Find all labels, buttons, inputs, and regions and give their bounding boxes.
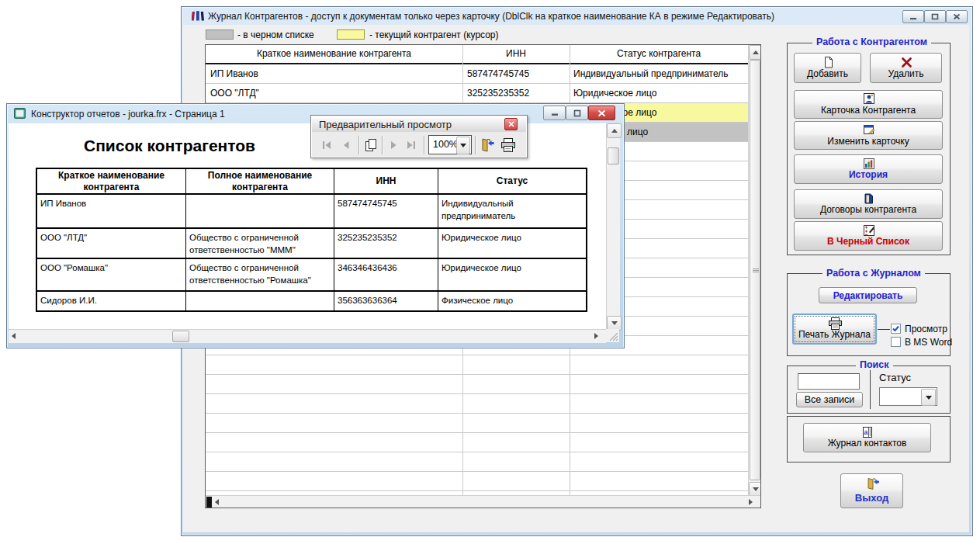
- print-journal-button[interactable]: Печать Журнала: [792, 314, 877, 345]
- next-page-button[interactable]: [385, 137, 402, 154]
- blacklist-icon: [863, 224, 875, 237]
- search-divider: [870, 370, 871, 409]
- exit-button[interactable]: Выход: [840, 473, 903, 508]
- to-blacklist-button[interactable]: В Черный Список: [794, 221, 943, 251]
- preview-close-button[interactable]: [504, 118, 518, 130]
- contractor-card-button[interactable]: Карточка Контрагента: [794, 90, 943, 119]
- report-vscrollbar[interactable]: [606, 123, 620, 329]
- cell-status: Юридическое лицо: [438, 259, 586, 290]
- scroll-right-button[interactable]: [749, 499, 753, 505]
- grid-col-name[interactable]: Краткое наименование контрагента: [206, 45, 462, 63]
- preview-checkbox[interactable]: [891, 324, 901, 334]
- contacts-journal-icon: a: [861, 426, 874, 438]
- zoom-value: 100%: [433, 139, 458, 150]
- word-checkbox[interactable]: [891, 337, 901, 347]
- prev-page-button[interactable]: [338, 137, 355, 154]
- scroll-thumb[interactable]: [750, 60, 760, 480]
- report-minimize-button[interactable]: [543, 106, 566, 120]
- screen: Журнал Контрагентов - доступ к документа…: [0, 0, 980, 537]
- journal-group-title: Работа с Журналом: [822, 268, 925, 279]
- first-page-button[interactable]: [318, 137, 335, 154]
- preview-toolbar-window: Предварительный просмотр 100%: [310, 115, 528, 158]
- edit-journal-button[interactable]: Редактировать: [819, 287, 917, 303]
- print-button[interactable]: [500, 137, 518, 154]
- cell-inn: 587474745745: [334, 195, 438, 227]
- grid-col-status[interactable]: Статус контрагента: [570, 45, 748, 63]
- delete-button[interactable]: Удалить: [870, 53, 942, 83]
- grid-row[interactable]: ООО "ЛТД" 325235235352 Юридическое лицо: [206, 84, 748, 103]
- main-minimize-button[interactable]: [902, 10, 924, 23]
- cell-full: Общество с ограниченной ответственностью…: [186, 259, 334, 290]
- last-page-icon: [403, 137, 420, 154]
- legend-current-label: - текущий контрагент (курсор): [369, 29, 499, 40]
- scroll-left-button[interactable]: [12, 333, 16, 339]
- toolbar-separator: [382, 136, 383, 154]
- grid-hscrollbar[interactable]: [206, 495, 761, 508]
- preview-checkbox-label[interactable]: Просмотр: [905, 324, 947, 334]
- contracts-button[interactable]: Договоры контрагента: [794, 189, 943, 219]
- search-input[interactable]: [798, 373, 860, 390]
- cell-inn: 356363636364: [334, 292, 438, 310]
- add-button[interactable]: Добавить: [794, 53, 861, 83]
- grid-header: Краткое наименование контрагента ИНН Ста…: [206, 45, 748, 64]
- next-page-icon: [385, 137, 402, 154]
- cell-status: Юридическое лицо: [438, 229, 586, 258]
- report-close-button[interactable]: [588, 106, 615, 120]
- word-checkbox-label[interactable]: В MS Word: [905, 337, 952, 348]
- report-col-inn: ИНН: [334, 169, 438, 193]
- close-icon: [597, 109, 606, 117]
- cell-full: Общество с ограниченной ответственностью…: [186, 229, 334, 258]
- all-records-button[interactable]: Все записи: [796, 392, 863, 407]
- main-close-button[interactable]: [946, 10, 968, 23]
- close-icon: [508, 121, 514, 127]
- status-combobox[interactable]: [879, 387, 937, 406]
- scroll-thumb[interactable]: [608, 147, 619, 165]
- cell-status: Юридическое лицо: [573, 84, 746, 102]
- scroll-left-button[interactable]: [215, 499, 219, 505]
- cell-inn: 587474745745: [467, 64, 566, 83]
- report-table-row: ООО "ЛТД" Общество с ограниченной ответс…: [37, 229, 586, 259]
- zoom-combobox[interactable]: 100%: [428, 135, 472, 154]
- status-combobox-dropdown[interactable]: [921, 389, 936, 406]
- add-document-icon: [822, 56, 835, 69]
- preview-toolbar-title: Предварительный просмотр: [319, 119, 452, 130]
- scroll-right-button[interactable]: [594, 333, 598, 339]
- cell-short: ООО "Ромашка": [37, 259, 186, 290]
- edit-card-button[interactable]: Изменить карточку: [794, 121, 943, 150]
- search-group-title: Поиск: [856, 359, 893, 370]
- report-window-icon: [14, 108, 26, 119]
- zoom-dropdown-button[interactable]: [456, 137, 470, 154]
- contacts-journal-button[interactable]: a Журнал контактов: [803, 423, 931, 452]
- cell-name: ИП Иванов: [210, 64, 459, 83]
- grid-vscrollbar[interactable]: [748, 45, 761, 495]
- report-hscrollbar[interactable]: [9, 329, 606, 343]
- copy-page-icon: [362, 136, 379, 154]
- report-table: Краткое наименование контрагента Полное …: [36, 168, 587, 312]
- grid-col-inn[interactable]: ИНН: [462, 45, 570, 63]
- main-maximize-button[interactable]: [924, 10, 946, 23]
- toolbar-separator: [475, 136, 476, 154]
- grid-indicator: [206, 497, 212, 508]
- cell-name: ООО "ЛТД": [210, 84, 459, 102]
- maximize-icon: [931, 13, 939, 20]
- minimize-icon: [551, 109, 559, 116]
- contracts-icon: [863, 192, 875, 205]
- cell-status: Индивидуальный предприниматель: [438, 195, 586, 227]
- maximize-icon: [573, 109, 581, 117]
- scroll-thumb[interactable]: [172, 331, 189, 342]
- scroll-up-button[interactable]: [607, 123, 622, 138]
- report-table-row: Сидоров И.И. 356363636364 Физическое лиц…: [37, 292, 586, 310]
- close-preview-button[interactable]: [479, 137, 497, 154]
- report-window-title: Конструктор отчетов - jourka.frx - Стран…: [31, 109, 225, 120]
- report-maximize-button[interactable]: [566, 106, 588, 120]
- preview-toolbar-titlebar[interactable]: Предварительный просмотр: [312, 116, 526, 132]
- history-button[interactable]: История: [794, 154, 943, 184]
- copy-page-button[interactable]: [362, 136, 379, 154]
- report-resize-grip[interactable]: [606, 329, 619, 342]
- grid-row[interactable]: ИП Иванов 587474745745 Индивидуальный пр…: [206, 64, 748, 84]
- cell-inn: 325235235352: [467, 84, 566, 102]
- scroll-up-button[interactable]: [749, 45, 761, 60]
- delete-icon: [901, 57, 912, 68]
- report-table-row: ИП Иванов 587474745745 Индивидуальный пр…: [37, 195, 586, 229]
- last-page-button[interactable]: [403, 137, 420, 154]
